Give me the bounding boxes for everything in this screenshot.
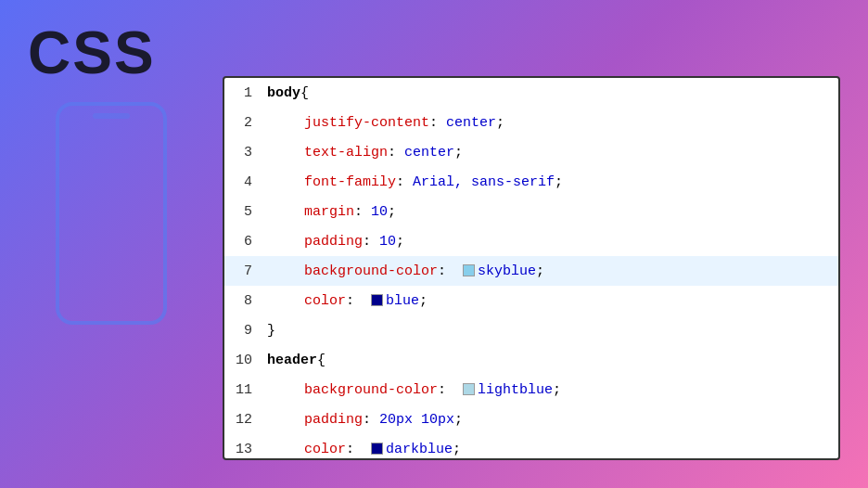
line-number: 1 xyxy=(224,85,263,101)
code-line: 5margin: 10; xyxy=(224,197,838,226)
code-editor: 1body{2justify-content: center;3text-ali… xyxy=(223,76,840,460)
line-number: 7 xyxy=(224,263,263,279)
line-content: padding: 20px 10px; xyxy=(263,412,838,428)
line-content: font-family: Arial, sans-serif; xyxy=(263,174,838,190)
code-line: 3text-align: center; xyxy=(224,137,838,167)
line-number: 4 xyxy=(224,174,263,190)
code-line: 1body{ xyxy=(224,78,838,108)
line-content: padding: 10; xyxy=(263,234,838,250)
line-number: 2 xyxy=(224,115,263,131)
line-content: justify-content: center; xyxy=(263,115,838,131)
line-number: 13 xyxy=(224,442,263,457)
code-line: 4font-family: Arial, sans-serif; xyxy=(224,167,838,197)
line-number: 6 xyxy=(224,234,263,250)
code-line: 9} xyxy=(224,315,838,345)
line-number: 10 xyxy=(224,353,263,368)
phone-notch xyxy=(93,113,130,119)
page-title: CSS xyxy=(28,19,156,87)
line-content: margin: 10; xyxy=(263,204,838,220)
code-line: 13color: darkblue; xyxy=(224,434,838,460)
phone-mockup xyxy=(56,102,167,325)
line-content: header{ xyxy=(263,353,838,368)
line-content: color: blue; xyxy=(263,293,838,309)
line-number: 8 xyxy=(224,293,263,309)
line-content: text-align: center; xyxy=(263,145,838,161)
code-line: 7background-color: skyblue; xyxy=(224,256,838,286)
code-line: 12padding: 20px 10px; xyxy=(224,405,838,434)
code-line: 8color: blue; xyxy=(224,286,838,315)
code-line: 6padding: 10; xyxy=(224,226,838,256)
line-content: background-color: skyblue; xyxy=(263,263,838,279)
line-number: 12 xyxy=(224,412,263,428)
line-number: 3 xyxy=(224,145,263,161)
line-content: background-color: lightblue; xyxy=(263,382,838,398)
code-line: 10header{ xyxy=(224,345,838,375)
line-number: 5 xyxy=(224,204,263,220)
code-line: 11background-color: lightblue; xyxy=(224,375,838,405)
line-number: 9 xyxy=(224,323,263,339)
code-line: 2justify-content: center; xyxy=(224,108,838,137)
line-content: color: darkblue; xyxy=(263,442,838,457)
line-number: 11 xyxy=(224,382,263,398)
line-content: body{ xyxy=(263,85,838,101)
line-content: } xyxy=(263,323,838,339)
